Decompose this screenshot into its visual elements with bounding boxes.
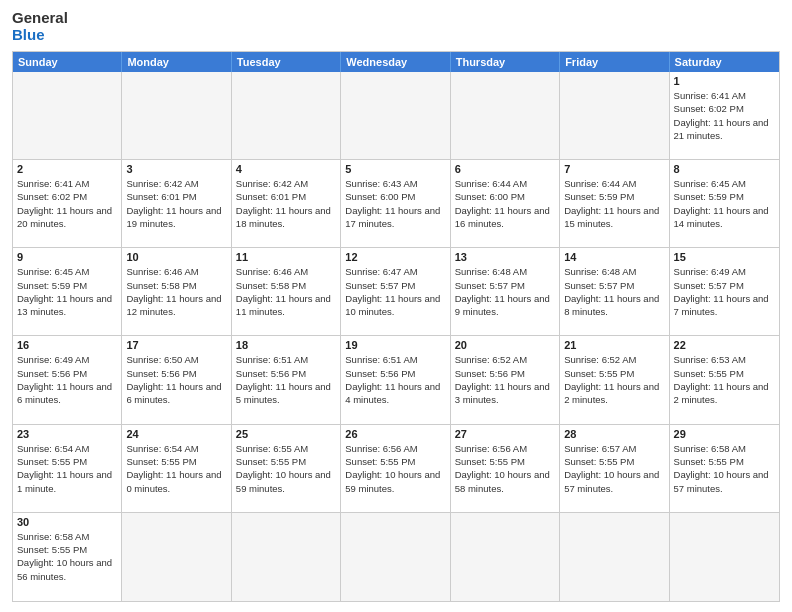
empty-cell	[670, 513, 779, 601]
weekday-header-tuesday: Tuesday	[232, 52, 341, 72]
day-info: Sunrise: 6:52 AMSunset: 5:55 PMDaylight:…	[564, 353, 664, 406]
day-number: 26	[345, 428, 445, 440]
empty-cell	[560, 72, 669, 160]
header: General Blue General Blue	[12, 10, 780, 43]
day-cell-16: 16Sunrise: 6:49 AMSunset: 5:56 PMDayligh…	[13, 336, 122, 424]
day-cell-6: 6Sunrise: 6:44 AMSunset: 6:00 PMDaylight…	[451, 160, 560, 248]
day-info: Sunrise: 6:43 AMSunset: 6:00 PMDaylight:…	[345, 177, 445, 230]
day-number: 10	[126, 251, 226, 263]
day-number: 5	[345, 163, 445, 175]
day-number: 25	[236, 428, 336, 440]
day-info: Sunrise: 6:45 AMSunset: 5:59 PMDaylight:…	[17, 265, 117, 318]
empty-cell	[122, 72, 231, 160]
day-info: Sunrise: 6:53 AMSunset: 5:55 PMDaylight:…	[674, 353, 775, 406]
day-info: Sunrise: 6:48 AMSunset: 5:57 PMDaylight:…	[455, 265, 555, 318]
day-number: 17	[126, 339, 226, 351]
empty-cell	[341, 513, 450, 601]
day-number: 24	[126, 428, 226, 440]
day-number: 14	[564, 251, 664, 263]
day-cell-5: 5Sunrise: 6:43 AMSunset: 6:00 PMDaylight…	[341, 160, 450, 248]
day-number: 30	[17, 516, 117, 528]
day-number: 18	[236, 339, 336, 351]
day-number: 7	[564, 163, 664, 175]
day-cell-26: 26Sunrise: 6:56 AMSunset: 5:55 PMDayligh…	[341, 425, 450, 513]
day-info: Sunrise: 6:55 AMSunset: 5:55 PMDaylight:…	[236, 442, 336, 495]
day-cell-12: 12Sunrise: 6:47 AMSunset: 5:57 PMDayligh…	[341, 248, 450, 336]
day-info: Sunrise: 6:50 AMSunset: 5:56 PMDaylight:…	[126, 353, 226, 406]
day-number: 15	[674, 251, 775, 263]
day-info: Sunrise: 6:41 AMSunset: 6:02 PMDaylight:…	[674, 89, 775, 142]
day-info: Sunrise: 6:49 AMSunset: 5:56 PMDaylight:…	[17, 353, 117, 406]
empty-cell	[232, 513, 341, 601]
day-info: Sunrise: 6:47 AMSunset: 5:57 PMDaylight:…	[345, 265, 445, 318]
day-cell-20: 20Sunrise: 6:52 AMSunset: 5:56 PMDayligh…	[451, 336, 560, 424]
day-number: 19	[345, 339, 445, 351]
logo-blue-text: Blue	[12, 27, 68, 44]
weekday-header-friday: Friday	[560, 52, 669, 72]
day-cell-25: 25Sunrise: 6:55 AMSunset: 5:55 PMDayligh…	[232, 425, 341, 513]
day-cell-18: 18Sunrise: 6:51 AMSunset: 5:56 PMDayligh…	[232, 336, 341, 424]
day-number: 9	[17, 251, 117, 263]
weekday-header-thursday: Thursday	[451, 52, 560, 72]
day-cell-29: 29Sunrise: 6:58 AMSunset: 5:55 PMDayligh…	[670, 425, 779, 513]
day-info: Sunrise: 6:56 AMSunset: 5:55 PMDaylight:…	[345, 442, 445, 495]
day-info: Sunrise: 6:52 AMSunset: 5:56 PMDaylight:…	[455, 353, 555, 406]
day-info: Sunrise: 6:57 AMSunset: 5:55 PMDaylight:…	[564, 442, 664, 495]
empty-cell	[232, 72, 341, 160]
day-info: Sunrise: 6:54 AMSunset: 5:55 PMDaylight:…	[126, 442, 226, 495]
day-cell-1: 1Sunrise: 6:41 AMSunset: 6:02 PMDaylight…	[670, 72, 779, 160]
logo: General Blue General Blue	[12, 10, 68, 43]
day-info: Sunrise: 6:51 AMSunset: 5:56 PMDaylight:…	[236, 353, 336, 406]
day-info: Sunrise: 6:56 AMSunset: 5:55 PMDaylight:…	[455, 442, 555, 495]
day-info: Sunrise: 6:42 AMSunset: 6:01 PMDaylight:…	[126, 177, 226, 230]
day-cell-17: 17Sunrise: 6:50 AMSunset: 5:56 PMDayligh…	[122, 336, 231, 424]
empty-cell	[341, 72, 450, 160]
day-number: 6	[455, 163, 555, 175]
day-info: Sunrise: 6:51 AMSunset: 5:56 PMDaylight:…	[345, 353, 445, 406]
day-cell-3: 3Sunrise: 6:42 AMSunset: 6:01 PMDaylight…	[122, 160, 231, 248]
day-info: Sunrise: 6:45 AMSunset: 5:59 PMDaylight:…	[674, 177, 775, 230]
day-cell-15: 15Sunrise: 6:49 AMSunset: 5:57 PMDayligh…	[670, 248, 779, 336]
day-info: Sunrise: 6:44 AMSunset: 5:59 PMDaylight:…	[564, 177, 664, 230]
day-info: Sunrise: 6:49 AMSunset: 5:57 PMDaylight:…	[674, 265, 775, 318]
day-number: 29	[674, 428, 775, 440]
day-info: Sunrise: 6:54 AMSunset: 5:55 PMDaylight:…	[17, 442, 117, 495]
day-number: 27	[455, 428, 555, 440]
day-cell-21: 21Sunrise: 6:52 AMSunset: 5:55 PMDayligh…	[560, 336, 669, 424]
empty-cell	[122, 513, 231, 601]
day-number: 20	[455, 339, 555, 351]
day-cell-2: 2Sunrise: 6:41 AMSunset: 6:02 PMDaylight…	[13, 160, 122, 248]
day-cell-28: 28Sunrise: 6:57 AMSunset: 5:55 PMDayligh…	[560, 425, 669, 513]
day-cell-8: 8Sunrise: 6:45 AMSunset: 5:59 PMDaylight…	[670, 160, 779, 248]
day-cell-4: 4Sunrise: 6:42 AMSunset: 6:01 PMDaylight…	[232, 160, 341, 248]
weekday-header-saturday: Saturday	[670, 52, 779, 72]
day-number: 13	[455, 251, 555, 263]
day-cell-23: 23Sunrise: 6:54 AMSunset: 5:55 PMDayligh…	[13, 425, 122, 513]
day-cell-7: 7Sunrise: 6:44 AMSunset: 5:59 PMDaylight…	[560, 160, 669, 248]
day-info: Sunrise: 6:41 AMSunset: 6:02 PMDaylight:…	[17, 177, 117, 230]
day-number: 12	[345, 251, 445, 263]
day-number: 22	[674, 339, 775, 351]
day-cell-30: 30Sunrise: 6:58 AMSunset: 5:55 PMDayligh…	[13, 513, 122, 601]
day-info: Sunrise: 6:48 AMSunset: 5:57 PMDaylight:…	[564, 265, 664, 318]
weekday-header-sunday: Sunday	[13, 52, 122, 72]
empty-cell	[560, 513, 669, 601]
day-info: Sunrise: 6:44 AMSunset: 6:00 PMDaylight:…	[455, 177, 555, 230]
weekday-header-monday: Monday	[122, 52, 231, 72]
day-cell-11: 11Sunrise: 6:46 AMSunset: 5:58 PMDayligh…	[232, 248, 341, 336]
logo-general-text: General	[12, 10, 68, 27]
day-number: 2	[17, 163, 117, 175]
day-number: 11	[236, 251, 336, 263]
day-number: 3	[126, 163, 226, 175]
day-number: 23	[17, 428, 117, 440]
calendar-body: 1Sunrise: 6:41 AMSunset: 6:02 PMDaylight…	[13, 72, 779, 601]
calendar: SundayMondayTuesdayWednesdayThursdayFrid…	[12, 51, 780, 602]
day-info: Sunrise: 6:58 AMSunset: 5:55 PMDaylight:…	[674, 442, 775, 495]
day-info: Sunrise: 6:58 AMSunset: 5:55 PMDaylight:…	[17, 530, 117, 583]
empty-cell	[451, 513, 560, 601]
calendar-header: SundayMondayTuesdayWednesdayThursdayFrid…	[13, 52, 779, 72]
day-number: 1	[674, 75, 775, 87]
day-number: 16	[17, 339, 117, 351]
day-number: 8	[674, 163, 775, 175]
empty-cell	[13, 72, 122, 160]
